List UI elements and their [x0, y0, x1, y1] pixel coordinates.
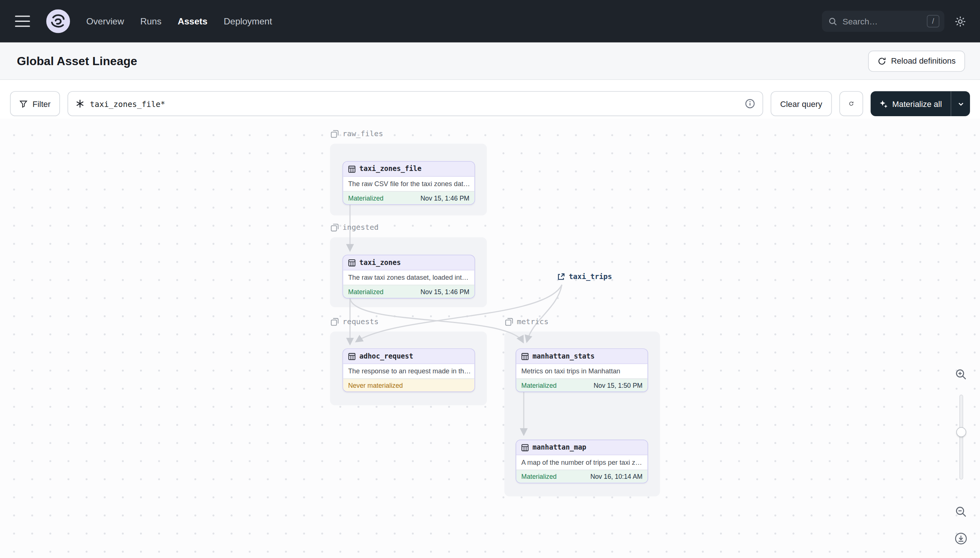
reload-definitions-button[interactable]: Reload definitions — [868, 50, 965, 71]
asset-description: Metrics on taxi trips in Manhattan — [516, 364, 647, 379]
asset-description: The raw taxi zones dataset, loaded int… — [343, 271, 474, 285]
asset-name: manhattan_stats — [533, 352, 595, 360]
asset-name: adhoc_request — [359, 352, 413, 360]
lineage-canvas[interactable]: raw_files ingested requests metrics taxi… — [0, 119, 980, 558]
refresh-icon — [848, 99, 854, 108]
asset-node-adhoc-request[interactable]: adhoc_request The response to an request… — [343, 349, 475, 392]
table-icon — [348, 259, 356, 266]
search-input[interactable] — [843, 16, 927, 26]
nav-item-assets[interactable]: Assets — [178, 16, 208, 26]
asset-footer: Never materialized — [343, 379, 474, 392]
zoom-in-icon — [955, 369, 967, 381]
search-icon — [828, 16, 837, 26]
nav-item-overview[interactable]: Overview — [86, 16, 124, 26]
asset-selection-input[interactable] — [68, 91, 763, 116]
materialization-status: Never materialized — [348, 381, 403, 389]
materialize-all-button[interactable]: Materialize all — [870, 91, 951, 116]
materialization-status: Materialized — [521, 473, 557, 480]
materialize-all-split-button: Materialize all — [870, 91, 970, 116]
asset-node-taxi-zones-file[interactable]: taxi_zones_file The raw CSV file for the… — [343, 161, 475, 205]
asset-description: The response to an request made in th… — [343, 364, 474, 379]
asset-name: taxi_zones_file — [359, 165, 422, 173]
table-icon — [521, 444, 529, 451]
group-name: requests — [343, 317, 379, 326]
zoom-slider-thumb[interactable] — [956, 427, 966, 437]
materialization-status: Materialized — [521, 381, 557, 389]
settings-gear-icon[interactable] — [954, 15, 966, 27]
group-label-raw-files[interactable]: raw_files — [331, 129, 383, 138]
nav-item-runs[interactable]: Runs — [140, 16, 161, 26]
asset-footer: Materialized Nov 15, 1:46 PM — [343, 191, 474, 204]
asset-node-header: taxi_zones — [343, 255, 474, 271]
materialize-options-caret[interactable] — [951, 91, 970, 116]
filter-button[interactable]: Filter — [10, 91, 60, 116]
zoom-out-button[interactable] — [955, 506, 967, 518]
download-view-button[interactable] — [954, 532, 967, 545]
global-search[interactable]: / — [822, 11, 944, 32]
page-header: Global Asset Lineage Reload definitions — [0, 43, 980, 80]
hamburger-menu-icon[interactable] — [15, 16, 30, 27]
external-asset-taxi-trips[interactable]: taxi_trips — [557, 272, 612, 281]
asset-node-header: adhoc_request — [343, 349, 474, 364]
table-icon — [348, 353, 356, 360]
asset-footer: Materialized Nov 16, 10:14 AM — [516, 469, 647, 483]
materialization-timestamp: Nov 15, 1:46 PM — [420, 194, 469, 202]
asset-name: manhattan_map — [533, 443, 586, 451]
asset-description: The raw CSV file for the taxi zones dat… — [343, 177, 474, 191]
asset-description: A map of the number of trips per taxi z… — [516, 455, 647, 469]
refresh-query-button[interactable] — [839, 91, 863, 116]
table-icon — [521, 353, 529, 360]
dagster-logo-icon[interactable] — [46, 9, 70, 33]
materialization-status: Materialized — [348, 194, 384, 202]
asset-node-manhattan-stats[interactable]: manhattan_stats Metrics on taxi trips in… — [516, 349, 648, 392]
chevron-down-icon — [957, 100, 964, 107]
asset-footer: Materialized Nov 15, 1:50 PM — [516, 379, 647, 392]
external-link-icon — [557, 273, 565, 281]
app-root: Overview Runs Assets Deployment / Global… — [0, 0, 980, 558]
page-title: Global Asset Lineage — [17, 54, 137, 68]
asset-node-header: manhattan_map — [516, 440, 647, 456]
group-label-metrics[interactable]: metrics — [505, 317, 548, 326]
lineage-toolbar: Filter Clear query — [10, 91, 970, 116]
op-selector-icon — [76, 99, 84, 108]
group-icon — [331, 317, 339, 326]
asset-footer: Materialized Nov 15, 1:46 PM — [343, 285, 474, 298]
top-nav: Overview Runs Assets Deployment / — [0, 0, 980, 43]
reload-definitions-label: Reload definitions — [891, 56, 955, 66]
asset-node-taxi-zones[interactable]: taxi_zones The raw taxi zones dataset, l… — [343, 255, 475, 299]
asset-node-header: taxi_zones_file — [343, 162, 474, 177]
filter-funnel-icon — [19, 100, 27, 108]
table-icon — [348, 165, 356, 172]
refresh-icon — [878, 57, 886, 66]
external-asset-name: taxi_trips — [569, 272, 612, 281]
asset-query-input[interactable] — [90, 99, 740, 108]
zoom-in-button[interactable] — [955, 369, 967, 381]
sparkle-icon — [879, 100, 887, 108]
materialize-all-label: Materialize all — [892, 99, 942, 108]
group-icon — [505, 317, 513, 326]
zoom-slider-track[interactable] — [959, 395, 963, 480]
primary-nav: Overview Runs Assets Deployment — [86, 16, 272, 26]
clear-query-button[interactable]: Clear query — [771, 91, 832, 116]
group-label-requests[interactable]: requests — [331, 317, 379, 326]
nav-item-deployment[interactable]: Deployment — [224, 16, 272, 26]
group-icon — [331, 130, 339, 138]
materialization-status: Materialized — [348, 288, 384, 295]
clear-query-label: Clear query — [781, 99, 822, 108]
zoom-out-icon — [955, 506, 967, 518]
group-label-ingested[interactable]: ingested — [331, 223, 379, 231]
materialization-timestamp: Nov 15, 1:50 PM — [594, 381, 642, 389]
group-name: raw_files — [343, 129, 383, 138]
asset-node-header: manhattan_stats — [516, 349, 647, 364]
lineage-edges — [0, 119, 980, 558]
asset-node-manhattan-map[interactable]: manhattan_map A map of the number of tri… — [516, 440, 648, 483]
materialization-timestamp: Nov 15, 1:46 PM — [420, 288, 469, 295]
filter-label: Filter — [33, 99, 51, 108]
group-name: metrics — [517, 317, 548, 326]
group-name: ingested — [343, 223, 379, 231]
materialization-timestamp: Nov 16, 10:14 AM — [590, 473, 642, 480]
download-icon — [954, 532, 967, 545]
search-shortcut-badge: / — [927, 15, 940, 28]
info-icon[interactable] — [745, 99, 755, 109]
asset-name: taxi_zones — [359, 259, 401, 267]
